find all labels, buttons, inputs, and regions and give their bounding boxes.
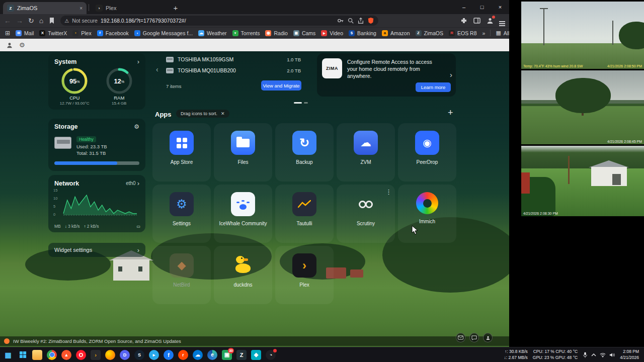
app-tile-zvm[interactable]: ☁ ZVM bbox=[337, 123, 395, 182]
carousel-dots[interactable] bbox=[294, 102, 308, 104]
bookmark-item[interactable]: Cams bbox=[293, 30, 315, 36]
tab-zimaos[interactable]: Z ZimaOS × bbox=[3, 2, 87, 14]
network-interface[interactable]: eth0› bbox=[126, 179, 139, 187]
camera-feed-1[interactable]: Temp: 70.4°F 43% hum wind 20.8 SW 4/21/2… bbox=[521, 2, 644, 69]
chat-button[interactable] bbox=[469, 333, 479, 342]
chevron-right-icon[interactable]: › bbox=[137, 58, 139, 65]
chevron-right-icon[interactable]: › bbox=[450, 70, 452, 79]
news-ticker[interactable]: IW Biweekly #2: ZimaBoard Builds, ZORM O… bbox=[0, 336, 509, 346]
mic-icon[interactable] bbox=[583, 352, 588, 358]
chevron-up-icon[interactable] bbox=[591, 353, 596, 356]
extensions-icon[interactable] bbox=[460, 17, 468, 25]
new-tab-button[interactable]: + bbox=[170, 3, 181, 13]
reddit-icon[interactable]: r bbox=[178, 350, 188, 360]
file-explorer-icon[interactable] bbox=[32, 350, 42, 360]
widgets-icon[interactable]: ▦ bbox=[3, 350, 13, 360]
camera-feed-2[interactable]: 4/21/2026 2:08:45 PM bbox=[521, 70, 644, 144]
plex-app-icon[interactable]: › bbox=[91, 350, 101, 360]
bookmark-item[interactable]: Banking bbox=[349, 30, 376, 36]
app-tile-duckdns[interactable]: duckdns bbox=[214, 246, 272, 304]
bookmark-item[interactable]: EOS R8 bbox=[449, 30, 477, 36]
bookmark-item[interactable]: Video bbox=[321, 30, 343, 36]
maximize-button[interactable]: □ bbox=[473, 0, 491, 14]
clock-app-icon[interactable]: ◔ bbox=[266, 350, 276, 360]
app-tile-tautulli[interactable]: Tautulli bbox=[275, 185, 334, 243]
menu-icon[interactable] bbox=[499, 20, 505, 22]
bookmark-item[interactable]: Mail bbox=[16, 30, 34, 36]
widget-settings-button[interactable]: Widget settings › bbox=[48, 243, 145, 257]
bookmark-item[interactable]: Google Messages f... bbox=[134, 30, 193, 36]
bookmark-item[interactable]: Plex bbox=[72, 30, 91, 36]
firefox-icon[interactable] bbox=[105, 350, 115, 360]
zimaos-app-icon[interactable]: Z bbox=[236, 350, 247, 360]
bookmark-item[interactable]: Facebook bbox=[97, 30, 129, 36]
wifi-icon[interactable] bbox=[600, 352, 606, 357]
taskbar-clock[interactable]: 2:08 PM 4/21/2026 bbox=[620, 349, 641, 360]
bookmark-item[interactable]: Radio bbox=[265, 30, 287, 36]
remote-access-card[interactable]: ZIMA Configure Remote Access to access y… bbox=[317, 53, 456, 97]
bookmark-item[interactable]: Amazon bbox=[382, 30, 410, 36]
share-icon[interactable] bbox=[357, 17, 364, 24]
zoom-icon[interactable] bbox=[347, 17, 354, 24]
view-and-migrate-button[interactable]: View and Migrate bbox=[261, 80, 301, 90]
facebook-icon[interactable]: f bbox=[164, 350, 174, 360]
back-icon[interactable]: ← bbox=[4, 17, 11, 24]
tile-menu-icon[interactable]: ⋮ bbox=[385, 188, 392, 196]
sidebar-icon[interactable] bbox=[473, 17, 481, 25]
bookmark-item[interactable]: Torrents bbox=[232, 30, 260, 36]
telegram-icon[interactable]: ▸ bbox=[149, 350, 159, 360]
drive-row[interactable]: TOSHIBA MQ01UBB200 2.0 TB bbox=[166, 67, 301, 73]
camera-feed-3[interactable]: 4/21/2026 2:08:30 PM bbox=[521, 146, 644, 216]
app-tile-appstore[interactable]: App Store bbox=[152, 123, 211, 182]
app-tile-peerdrop[interactable]: ◉ PeerDrop bbox=[398, 123, 456, 182]
monitor-icon[interactable]: ▭ bbox=[136, 224, 140, 229]
app-tile-plex[interactable]: › Plex bbox=[275, 246, 334, 304]
start-button[interactable] bbox=[18, 350, 28, 360]
key-icon[interactable] bbox=[337, 17, 344, 24]
storage-widget[interactable]: Storage⚙ Healthy Used: 23.3 TB Total: 31… bbox=[48, 119, 145, 171]
cloud-app-icon[interactable]: ☁ bbox=[193, 350, 203, 360]
edge-icon[interactable]: e bbox=[207, 350, 217, 360]
all-bookmarks-button[interactable]: ▦All Bookmarks bbox=[496, 30, 509, 36]
network-widget[interactable]: Network eth0› 15 10 5 0 bbox=[48, 175, 145, 232]
close-button[interactable]: × bbox=[491, 0, 509, 14]
storage-settings-icon[interactable]: ⚙ bbox=[134, 123, 139, 130]
app-tile-files[interactable]: Files bbox=[214, 123, 272, 182]
chrome-icon[interactable] bbox=[47, 350, 57, 360]
app-tile-netbird[interactable]: ◆ NetBird bbox=[152, 246, 211, 304]
carousel-left-icon[interactable]: ‹ bbox=[156, 65, 158, 73]
drive-row[interactable]: TOSHIBA MK1059GSM 1.0 TB bbox=[166, 56, 301, 62]
tab-plex[interactable]: › Plex bbox=[92, 2, 166, 14]
close-icon[interactable]: ✕ bbox=[221, 111, 225, 116]
reload-icon[interactable]: ↻ bbox=[28, 17, 34, 24]
app-tile-backup[interactable]: ↻ Backup bbox=[275, 123, 334, 182]
bookmark-item[interactable]: Weather bbox=[198, 30, 227, 36]
profile-icon[interactable] bbox=[486, 17, 494, 25]
learn-more-button[interactable]: Learn more bbox=[416, 82, 451, 92]
teal-app-icon[interactable]: ◈ bbox=[251, 350, 261, 360]
home-icon[interactable]: ⌂ bbox=[39, 17, 43, 24]
app-tile-immich[interactable]: Immich bbox=[398, 185, 456, 243]
apps-grid-icon[interactable]: ⊞ bbox=[5, 30, 10, 36]
add-app-icon[interactable]: + bbox=[448, 108, 453, 118]
system-widget[interactable]: System› 95% bbox=[48, 53, 145, 110]
user-button[interactable] bbox=[483, 333, 493, 342]
app-tile-settings[interactable]: ⚙ Settings bbox=[152, 185, 211, 243]
volume-icon[interactable] bbox=[609, 352, 615, 357]
address-bar[interactable]: ⚠ Not secure 192.168.0.186/?t=1776793070… bbox=[60, 16, 378, 26]
discord-icon[interactable]: D bbox=[120, 350, 130, 360]
steam-icon[interactable]: S bbox=[134, 350, 144, 360]
bookmark-item[interactable]: TwitterX bbox=[39, 30, 67, 36]
camera-app-icon[interactable]: ▣ 30 bbox=[222, 350, 232, 360]
bookmark-item[interactable]: ZimaOS bbox=[416, 30, 444, 36]
app-tile-icewhale[interactable]: IceWhale Community bbox=[214, 185, 272, 243]
url-text[interactable]: 192.168.0.186/?t=1776793070372#/ bbox=[101, 18, 334, 24]
bookmark-icon[interactable] bbox=[48, 17, 55, 24]
user-icon[interactable] bbox=[6, 42, 13, 49]
bookmarks-overflow-icon[interactable]: » bbox=[482, 30, 486, 36]
gear-icon[interactable]: ⚙ bbox=[19, 41, 25, 49]
brave-icon[interactable]: ▲ bbox=[61, 350, 71, 360]
mail-button[interactable] bbox=[456, 333, 465, 342]
minimize-button[interactable]: – bbox=[455, 0, 473, 14]
forward-icon[interactable]: → bbox=[16, 17, 23, 24]
